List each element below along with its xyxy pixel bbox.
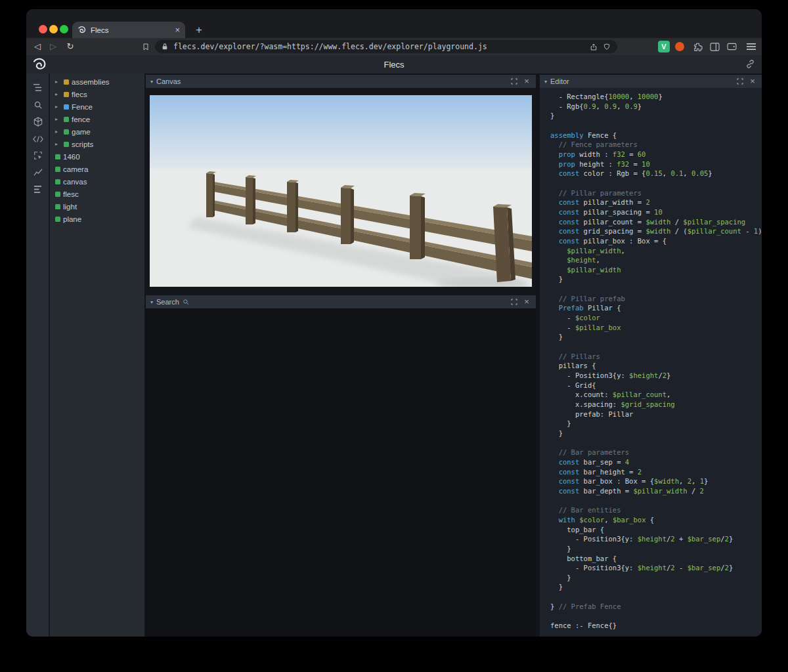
tree-item-Fence[interactable]: ▸Fence [50,100,144,113]
tree-item-canvas[interactable]: canvas [50,175,144,188]
reload-button[interactable]: ↻ [63,39,77,54]
code-line: const color : Rgb = {0.15, 0.1, 0.05} [550,169,762,178]
code-line: - Rectangle{10000, 10000} [550,92,762,102]
maximize-window-button[interactable] [60,25,68,33]
extension-icon[interactable] [675,42,684,51]
chart-icon[interactable] [32,166,44,178]
tree-item-assemblies[interactable]: ▸assemblies [50,75,144,88]
expand-arrow-icon[interactable]: ▸ [55,138,61,150]
back-button[interactable]: ◁ [30,39,45,54]
code-line: } [550,544,762,554]
search-panel: ▾ Search × [146,295,536,637]
canvas-panel: ▾ Canvas × [146,75,536,295]
expand-arrow-icon[interactable]: ▸ [55,75,61,88]
entity-color-square [55,204,60,209]
expand-panel-icon[interactable] [510,77,519,86]
inspect-cursor-icon[interactable] [32,149,44,161]
code-line: // Bar parameters [550,448,762,457]
tree-item-flesc[interactable]: flesc [50,188,144,200]
tree-item-flecs[interactable]: ▸flecs [50,88,144,100]
entity-color-square [55,154,60,159]
new-tab-button[interactable]: + [192,23,206,37]
collapse-chevron-icon[interactable]: ▾ [150,299,153,305]
tree-item-plane[interactable]: plane [50,213,144,225]
code-line: // Fence parameters [550,140,762,150]
expand-arrow-icon[interactable]: ▸ [55,113,61,125]
code-line: // Pillar parameters [550,188,762,198]
code-line: $pillar_width [550,265,762,275]
cube-3d-icon[interactable] [32,116,44,128]
canvas-panel-title: Canvas [156,77,506,85]
extensions-puzzle-icon[interactable] [691,41,704,52]
entity-color-square [55,167,60,172]
code-line: const bar_box : Box = {$width, 2, 1} [550,476,762,486]
search-panel-label: Search [156,298,179,306]
expand-arrow-icon[interactable]: ▸ [55,125,61,138]
code-editor[interactable]: - Rectangle{10000, 10000} - Rgb{0.9, 0.9… [540,88,762,637]
forward-button[interactable]: ▷ [46,39,60,54]
code-icon[interactable] [32,133,44,145]
code-line: - Position3{y: $height/2 - $bar_sep/2} [550,563,762,573]
collapse-chevron-icon[interactable]: ▾ [544,79,547,85]
tree-item-label: plane [63,215,81,223]
tree-item-light[interactable]: light [50,200,144,213]
url-bar[interactable]: flecs.dev/explorer/?wasm=https://www.fle… [155,40,617,53]
entity-tree-panel: ▸assemblies▸flecs▸Fence▸fence▸game▸scrip… [50,74,144,637]
code-line: // Bar entities [550,505,762,515]
tree-item-game[interactable]: ▸game [50,125,144,138]
entity-color-square [64,129,69,135]
stats-icon[interactable] [32,183,44,196]
code-line: - Position3{y: $height/2 + $bar_sep/2} [550,534,762,544]
expand-panel-icon[interactable] [510,297,519,306]
tree-item-fence[interactable]: ▸fence [50,113,144,125]
code-line [550,496,762,506]
code-line: prop width : f32 = 60 [550,150,762,159]
tab-close-icon[interactable]: × [175,25,180,35]
brave-shield-icon[interactable] [603,43,611,51]
entity-color-square [64,142,69,147]
tree-item-1460[interactable]: 1460 [50,150,144,163]
tree-item-label: canvas [63,178,87,186]
browser-tab[interactable]: Flecs × [72,22,185,38]
vue-devtools-icon[interactable]: V [658,41,670,52]
code-line: const bar_sep = 4 [550,457,762,467]
bookmark-icon[interactable] [139,41,152,52]
explorer-content: ▸assemblies▸flecs▸Fence▸fence▸game▸scrip… [26,74,762,637]
menu-hamburger-icon[interactable] [745,41,758,52]
entity-color-square [55,217,60,222]
expand-arrow-icon[interactable]: ▸ [55,88,61,100]
page-header: Flecs [26,55,762,74]
share-link-icon[interactable] [745,59,755,69]
tree-item-label: assemblies [72,78,110,86]
tree-item-label: camera [63,165,88,173]
tab-strip: Flecs × + [26,9,762,38]
close-panel-icon[interactable]: × [522,77,531,86]
browser-navbar: ◁ ▷ ↻ flecs.dev/explorer/?wasm=https://w… [26,38,762,55]
collapse-chevron-icon[interactable]: ▾ [150,79,153,85]
code-line: assembly Fence { [550,131,762,140]
url-text: flecs.dev/explorer/?wasm=https://www.fle… [173,42,584,51]
share-icon[interactable] [590,43,598,51]
wallet-icon[interactable] [725,41,738,52]
code-line: $height, [550,255,762,265]
close-panel-icon[interactable]: × [748,77,757,86]
tree-item-scripts[interactable]: ▸scripts [50,138,144,150]
minimize-window-button[interactable] [49,25,58,33]
code-line: const bar_depth = $pillar_width / 2 [550,486,762,496]
tree-item-camera[interactable]: camera [50,163,144,175]
tool-sidebar [26,74,49,637]
canvas-3d-viewport[interactable] [150,95,532,287]
code-line: x.spacing: $grid_spacing [550,400,762,410]
search-icon[interactable] [32,98,44,111]
expand-arrow-icon[interactable]: ▸ [55,100,61,113]
code-line [550,342,762,352]
sidebar-toggle-icon[interactable] [708,41,721,52]
close-panel-icon[interactable]: × [522,297,531,306]
code-line: pillars { [550,361,762,371]
close-window-button[interactable] [39,25,47,33]
expand-panel-icon[interactable] [735,77,745,86]
search-panel-title: Search [156,298,506,306]
entities-tree-icon[interactable] [32,81,44,94]
code-line: } [550,332,762,342]
code-line: const pillar_width = 2 [550,198,762,207]
